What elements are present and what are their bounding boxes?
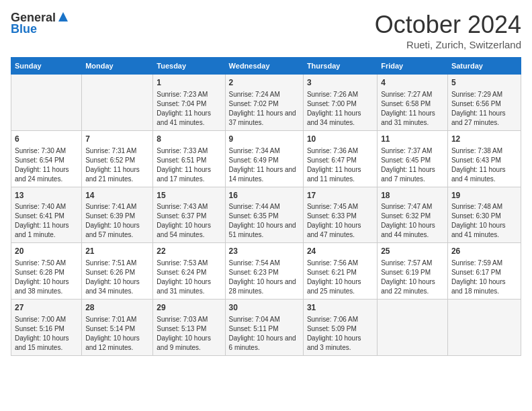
calendar-cell: 27Sunrise: 7:00 AM Sunset: 5:16 PM Dayli…: [11, 300, 82, 356]
day-info: Sunrise: 7:45 AM Sunset: 6:33 PM Dayligh…: [307, 202, 373, 240]
day-info: Sunrise: 7:29 AM Sunset: 6:56 PM Dayligh…: [451, 90, 517, 128]
day-number: 23: [229, 246, 300, 257]
calendar-cell: 5Sunrise: 7:29 AM Sunset: 6:56 PM Daylig…: [447, 75, 521, 131]
day-header-sunday: Sunday: [11, 58, 82, 75]
day-number: 11: [381, 134, 444, 145]
day-info: Sunrise: 7:06 AM Sunset: 5:09 PM Dayligh…: [307, 315, 373, 353]
day-info: Sunrise: 7:03 AM Sunset: 5:13 PM Dayligh…: [157, 315, 221, 353]
day-header-saturday: Saturday: [447, 58, 521, 75]
day-number: 7: [85, 134, 149, 145]
day-number: 27: [15, 302, 78, 314]
day-header-tuesday: Tuesday: [153, 58, 225, 75]
day-number: 18: [381, 190, 444, 201]
day-number: 16: [229, 190, 300, 201]
calendar-cell: 4Sunrise: 7:27 AM Sunset: 6:58 PM Daylig…: [378, 75, 448, 131]
calendar-week-row: 1Sunrise: 7:23 AM Sunset: 7:04 PM Daylig…: [11, 75, 521, 131]
day-number: 17: [307, 190, 373, 201]
calendar-cell: 3Sunrise: 7:26 AM Sunset: 7:00 PM Daylig…: [303, 75, 377, 131]
calendar-cell: 23Sunrise: 7:54 AM Sunset: 6:23 PM Dayli…: [225, 243, 303, 300]
day-info: Sunrise: 7:26 AM Sunset: 7:00 PM Dayligh…: [307, 90, 373, 128]
day-header-thursday: Thursday: [303, 58, 377, 75]
day-number: 24: [307, 246, 373, 257]
logo: General Blue: [11, 11, 69, 36]
day-number: 6: [15, 134, 78, 145]
day-number: 13: [15, 190, 78, 201]
day-info: Sunrise: 7:33 AM Sunset: 6:51 PM Dayligh…: [157, 146, 221, 184]
calendar-week-row: 27Sunrise: 7:00 AM Sunset: 5:16 PM Dayli…: [11, 300, 521, 356]
calendar-cell: 20Sunrise: 7:50 AM Sunset: 6:28 PM Dayli…: [11, 243, 82, 300]
calendar-cell: 9Sunrise: 7:34 AM Sunset: 6:49 PM Daylig…: [225, 130, 303, 187]
calendar-cell: 19Sunrise: 7:48 AM Sunset: 6:30 PM Dayli…: [447, 187, 521, 243]
calendar-cell: 24Sunrise: 7:56 AM Sunset: 6:21 PM Dayli…: [303, 243, 377, 300]
day-number: 28: [85, 302, 149, 314]
day-number: 20: [15, 246, 78, 257]
calendar-cell: 15Sunrise: 7:43 AM Sunset: 6:37 PM Dayli…: [153, 187, 225, 243]
calendar-header-row: SundayMondayTuesdayWednesdayThursdayFrid…: [11, 58, 521, 75]
day-header-friday: Friday: [378, 58, 448, 75]
day-info: Sunrise: 7:40 AM Sunset: 6:41 PM Dayligh…: [15, 202, 78, 240]
day-number: 2: [229, 77, 300, 89]
calendar-cell: 12Sunrise: 7:38 AM Sunset: 6:43 PM Dayli…: [447, 130, 521, 187]
day-info: Sunrise: 7:24 AM Sunset: 7:02 PM Dayligh…: [229, 90, 300, 128]
day-info: Sunrise: 7:53 AM Sunset: 6:24 PM Dayligh…: [157, 259, 221, 296]
calendar-cell: 25Sunrise: 7:57 AM Sunset: 6:19 PM Dayli…: [378, 243, 448, 300]
logo-blue-text: Blue: [11, 22, 37, 36]
day-number: 26: [451, 246, 517, 257]
day-header-monday: Monday: [82, 58, 153, 75]
calendar-cell: 6Sunrise: 7:30 AM Sunset: 6:54 PM Daylig…: [11, 130, 82, 187]
day-info: Sunrise: 7:50 AM Sunset: 6:28 PM Dayligh…: [15, 259, 78, 296]
day-number: 21: [85, 246, 149, 257]
calendar-cell: 30Sunrise: 7:04 AM Sunset: 5:11 PM Dayli…: [225, 300, 303, 356]
logo-triangle-icon: [58, 11, 69, 25]
day-info: Sunrise: 7:38 AM Sunset: 6:43 PM Dayligh…: [451, 146, 517, 184]
calendar-cell: 21Sunrise: 7:51 AM Sunset: 6:26 PM Dayli…: [82, 243, 153, 300]
day-info: Sunrise: 7:34 AM Sunset: 6:49 PM Dayligh…: [229, 146, 300, 184]
day-number: 12: [451, 134, 517, 145]
calendar-table: SundayMondayTuesdayWednesdayThursdayFrid…: [11, 57, 521, 356]
day-number: 31: [307, 302, 373, 314]
day-number: 22: [157, 246, 221, 257]
calendar-cell: 11Sunrise: 7:37 AM Sunset: 6:45 PM Dayli…: [378, 130, 448, 187]
day-info: Sunrise: 7:31 AM Sunset: 6:52 PM Dayligh…: [85, 146, 149, 184]
calendar-cell: 31Sunrise: 7:06 AM Sunset: 5:09 PM Dayli…: [303, 300, 377, 356]
day-info: Sunrise: 7:30 AM Sunset: 6:54 PM Dayligh…: [15, 146, 78, 184]
calendar-week-row: 13Sunrise: 7:40 AM Sunset: 6:41 PM Dayli…: [11, 187, 521, 243]
day-info: Sunrise: 7:48 AM Sunset: 6:30 PM Dayligh…: [451, 202, 517, 240]
day-info: Sunrise: 7:43 AM Sunset: 6:37 PM Dayligh…: [157, 202, 221, 240]
day-number: 25: [381, 246, 444, 257]
day-info: Sunrise: 7:23 AM Sunset: 7:04 PM Dayligh…: [157, 90, 221, 128]
day-number: 4: [381, 77, 444, 89]
day-number: 9: [229, 134, 300, 145]
day-header-wednesday: Wednesday: [225, 58, 303, 75]
calendar-cell: 14Sunrise: 7:41 AM Sunset: 6:39 PM Dayli…: [82, 187, 153, 243]
calendar-cell: 28Sunrise: 7:01 AM Sunset: 5:14 PM Dayli…: [82, 300, 153, 356]
day-info: Sunrise: 7:54 AM Sunset: 6:23 PM Dayligh…: [229, 259, 300, 296]
calendar-cell: [82, 75, 153, 131]
calendar-cell: 17Sunrise: 7:45 AM Sunset: 6:33 PM Dayli…: [303, 187, 377, 243]
day-number: 15: [157, 190, 221, 201]
day-info: Sunrise: 7:00 AM Sunset: 5:16 PM Dayligh…: [15, 315, 78, 353]
day-info: Sunrise: 7:59 AM Sunset: 6:17 PM Dayligh…: [451, 259, 517, 296]
calendar-cell: 7Sunrise: 7:31 AM Sunset: 6:52 PM Daylig…: [82, 130, 153, 187]
calendar-cell: 18Sunrise: 7:47 AM Sunset: 6:32 PM Dayli…: [378, 187, 448, 243]
day-info: Sunrise: 7:37 AM Sunset: 6:45 PM Dayligh…: [381, 146, 444, 184]
calendar-cell: [378, 300, 448, 356]
calendar-cell: 1Sunrise: 7:23 AM Sunset: 7:04 PM Daylig…: [153, 75, 225, 131]
day-info: Sunrise: 7:41 AM Sunset: 6:39 PM Dayligh…: [85, 202, 149, 240]
location-title: Rueti, Zurich, Switzerland: [375, 39, 521, 50]
calendar-cell: 10Sunrise: 7:36 AM Sunset: 6:47 PM Dayli…: [303, 130, 377, 187]
day-info: Sunrise: 7:01 AM Sunset: 5:14 PM Dayligh…: [85, 315, 149, 353]
calendar-cell: [11, 75, 82, 131]
day-info: Sunrise: 7:51 AM Sunset: 6:26 PM Dayligh…: [85, 259, 149, 296]
day-info: Sunrise: 7:36 AM Sunset: 6:47 PM Dayligh…: [307, 146, 373, 184]
day-number: 3: [307, 77, 373, 89]
day-info: Sunrise: 7:44 AM Sunset: 6:35 PM Dayligh…: [229, 202, 300, 240]
day-number: 14: [85, 190, 149, 201]
calendar-cell: 22Sunrise: 7:53 AM Sunset: 6:24 PM Dayli…: [153, 243, 225, 300]
day-number: 30: [229, 302, 300, 314]
day-info: Sunrise: 7:47 AM Sunset: 6:32 PM Dayligh…: [381, 202, 444, 240]
title-section: October 2024 Rueti, Zurich, Switzerland: [375, 11, 521, 50]
header: General Blue October 2024 Rueti, Zurich,…: [11, 11, 521, 50]
calendar-cell: 29Sunrise: 7:03 AM Sunset: 5:13 PM Dayli…: [153, 300, 225, 356]
calendar-cell: 26Sunrise: 7:59 AM Sunset: 6:17 PM Dayli…: [447, 243, 521, 300]
